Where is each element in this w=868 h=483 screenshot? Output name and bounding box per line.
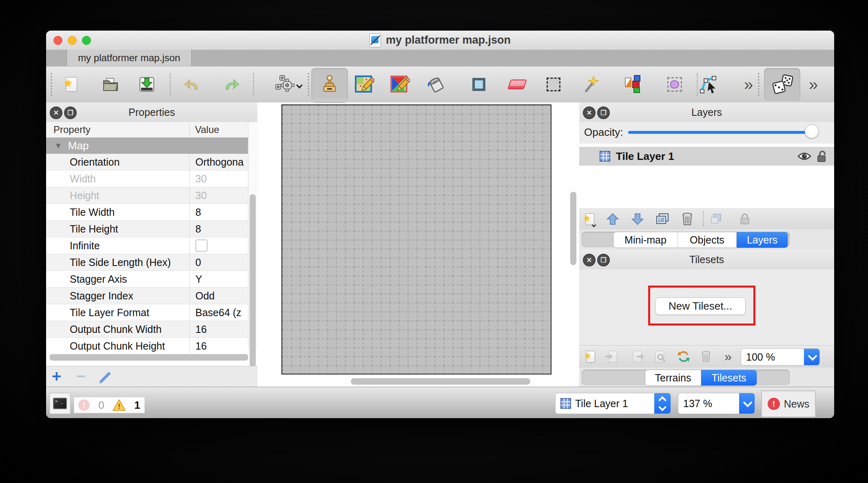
eraser-button[interactable] <box>506 73 529 96</box>
horizontal-scrollbar[interactable] <box>49 354 248 361</box>
property-row[interactable]: Output Chunk Width16 <box>46 321 248 338</box>
messages-summary[interactable]: ! 0 ! 1 <box>74 397 145 413</box>
show-other-layers-button[interactable] <box>708 211 724 227</box>
tile-layer-icon <box>600 151 610 162</box>
property-row[interactable]: Stagger IndexOdd <box>46 288 248 304</box>
map-grid[interactable] <box>281 104 551 374</box>
commands-button[interactable] <box>271 73 306 96</box>
tab-tilesets[interactable]: Tilesets <box>701 370 757 386</box>
map-canvas-area[interactable] <box>257 102 580 387</box>
svg-text:!: ! <box>118 403 121 410</box>
tab-objects[interactable]: Objects <box>678 232 737 248</box>
lock-layers-button[interactable] <box>737 211 753 227</box>
reload-tileset-button[interactable] <box>675 349 692 364</box>
select-objects-button[interactable] <box>663 73 686 96</box>
import-tileset-button[interactable] <box>604 349 621 364</box>
window-title-area: my platformer map.json <box>46 31 834 50</box>
new-tileset-button[interactable]: New Tileset... <box>655 297 746 315</box>
remove-layer-button[interactable] <box>679 211 695 227</box>
warning-icon: ! <box>113 399 126 411</box>
toolbar-handle[interactable] <box>308 73 309 96</box>
panel-title: Properties <box>46 102 257 122</box>
chevron-double-right-icon: » <box>724 350 732 363</box>
save-button[interactable] <box>135 73 158 96</box>
toolbar-handle[interactable] <box>758 73 760 96</box>
duplicate-layer-button[interactable] <box>654 211 671 227</box>
trash-icon <box>682 213 693 226</box>
more-tools-button[interactable]: » <box>737 73 760 96</box>
shape-fill-button[interactable] <box>467 73 490 96</box>
tileset-overflow-button[interactable]: » <box>720 349 736 364</box>
bucket-fill-button[interactable] <box>424 73 447 96</box>
close-panel-icon[interactable]: ✕ <box>583 106 596 119</box>
new-tileset-toolbar-button[interactable]: ★ <box>582 349 599 364</box>
float-panel-icon[interactable]: ❐ <box>597 254 610 266</box>
opacity-slider-handle[interactable] <box>805 124 819 138</box>
raise-layer-button[interactable] <box>604 211 621 227</box>
edit-property-button[interactable] <box>98 371 112 383</box>
canvas-horizontal-scrollbar[interactable] <box>351 378 530 385</box>
main-toolbar: ★ <box>46 66 834 103</box>
error-count: 0 <box>98 399 104 412</box>
edit-polygons-button[interactable] <box>698 73 720 96</box>
current-layer-select[interactable]: Tile Layer 1 <box>555 393 671 414</box>
opacity-slider[interactable] <box>628 131 817 134</box>
lower-layer-button[interactable] <box>629 211 646 227</box>
float-panel-icon[interactable]: ❐ <box>64 106 77 119</box>
layer-visible-eye-icon[interactable] <box>797 152 811 161</box>
infinite-checkbox[interactable] <box>195 239 208 252</box>
export-tileset-button[interactable] <box>629 349 646 364</box>
console-toggle-button[interactable]: > _ <box>49 393 71 414</box>
layer-unlocked-icon[interactable] <box>817 150 828 162</box>
float-panel-icon[interactable]: ❐ <box>597 106 610 119</box>
canvas-vertical-scrollbar[interactable] <box>570 192 576 265</box>
close-panel-icon[interactable]: ✕ <box>50 106 62 119</box>
terrain-brush-button[interactable] <box>353 73 376 96</box>
open-folder-icon <box>102 78 119 91</box>
remove-property-button[interactable]: − <box>76 367 86 386</box>
add-property-button[interactable]: + <box>52 367 61 386</box>
same-tile-select-button[interactable] <box>621 73 644 96</box>
refresh-icon <box>678 350 690 363</box>
close-panel-icon[interactable]: ✕ <box>583 254 596 266</box>
zoom-level-select[interactable]: 137 % <box>678 393 755 414</box>
tab-layers[interactable]: Layers <box>737 232 788 248</box>
layer-row[interactable]: Tile Layer 1 <box>579 147 834 166</box>
document-tab[interactable]: my platformer map.json <box>66 50 192 66</box>
stepper-icon[interactable] <box>654 393 671 414</box>
property-row[interactable]: Tile Side Length (Hex)0 <box>46 254 248 271</box>
property-row[interactable]: Output Chunk Height16 <box>46 338 248 354</box>
property-row-infinite[interactable]: Infinite <box>46 237 248 254</box>
vertical-scrollbar[interactable] <box>250 194 256 368</box>
rectangular-select-button[interactable] <box>542 73 565 96</box>
new-map-button[interactable]: ★ <box>63 73 86 96</box>
random-mode-button[interactable] <box>764 68 800 101</box>
property-row[interactable]: Stagger AxisY <box>46 271 248 288</box>
property-row[interactable]: Tile Height8 <box>46 221 248 237</box>
property-row[interactable]: Tile Layer FormatBase64 (z <box>46 304 248 321</box>
tab-terrains[interactable]: Terrains <box>645 370 701 386</box>
property-row[interactable]: OrientationOrthogona <box>46 154 248 171</box>
remove-tileset-button[interactable] <box>698 349 714 364</box>
stamp-brush-button[interactable] <box>311 68 348 101</box>
eraser-icon <box>507 80 527 89</box>
new-layer-button[interactable]: ★ <box>582 211 598 227</box>
open-button[interactable] <box>99 73 122 96</box>
property-group-map[interactable]: ▼ Map <box>46 137 248 154</box>
toolbar-overflow-button[interactable]: » <box>802 73 825 96</box>
property-row: Width30 <box>46 171 248 187</box>
tab-mini-map[interactable]: Mini-map <box>613 232 678 248</box>
news-button[interactable]: ! News <box>761 390 816 417</box>
chevron-down-icon[interactable] <box>739 393 755 414</box>
chevron-down-icon[interactable] <box>804 349 819 365</box>
wang-brush-button[interactable] <box>389 73 412 96</box>
edit-tileset-button[interactable] <box>651 349 668 364</box>
toolbar-handle[interactable] <box>51 73 52 96</box>
undo-button[interactable] <box>180 73 203 96</box>
magic-wand-button[interactable] <box>579 73 602 96</box>
redo-button[interactable] <box>220 73 243 96</box>
property-row[interactable]: Tile Width8 <box>46 204 248 221</box>
save-icon <box>139 77 155 92</box>
lock-icon <box>740 213 750 225</box>
tileset-zoom-select[interactable]: 100 % <box>741 348 820 366</box>
